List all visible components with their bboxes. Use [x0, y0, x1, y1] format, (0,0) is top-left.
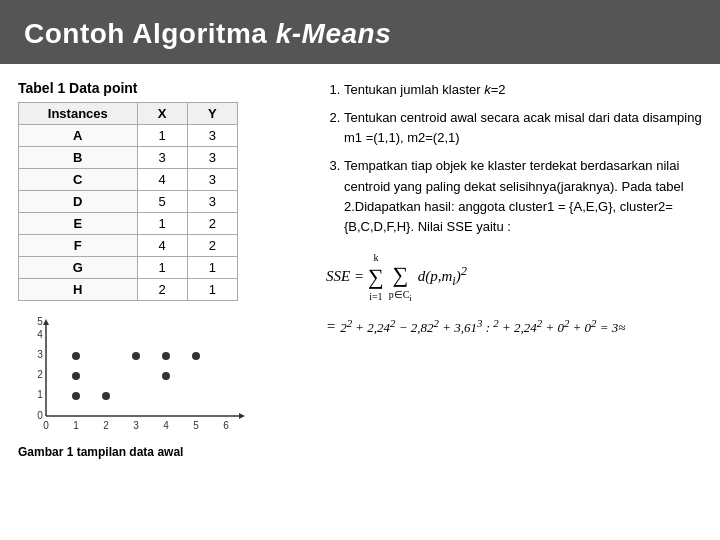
- x-cell: 1: [137, 213, 187, 235]
- sum-top-k: k: [373, 249, 378, 266]
- calc-values: 22 + 2,242 − 2,822 + 3,613 : 2 + 2,242 +…: [340, 314, 625, 339]
- left-panel: Tabel 1 Data point Instances X Y A13B33C…: [18, 80, 308, 459]
- instance-cell: A: [19, 125, 138, 147]
- col-header-instances: Instances: [19, 103, 138, 125]
- svg-text:3: 3: [133, 420, 139, 431]
- instance-cell: G: [19, 257, 138, 279]
- svg-text:5: 5: [193, 420, 199, 431]
- sse-summation-p: ∑ p∈Ci: [389, 247, 412, 306]
- sse-d-formula: d(p,mi)2: [418, 261, 467, 292]
- svg-text:3: 3: [37, 349, 43, 360]
- svg-marker-2: [43, 319, 49, 325]
- svg-text:2: 2: [103, 420, 109, 431]
- instance-cell: H: [19, 279, 138, 301]
- table-row: A13: [19, 125, 238, 147]
- sum-bottom-i1: i=1: [369, 288, 382, 305]
- step-1-text: Tentukan jumlah klaster k=2: [344, 82, 506, 97]
- table-row: G11: [19, 257, 238, 279]
- y-cell: 1: [187, 257, 237, 279]
- svg-text:0: 0: [43, 420, 49, 431]
- big-sigma-1: ∑: [368, 266, 384, 288]
- y-cell: 3: [187, 191, 237, 213]
- svg-text:2: 2: [37, 369, 43, 380]
- instance-cell: C: [19, 169, 138, 191]
- svg-marker-3: [239, 413, 245, 419]
- x-cell: 1: [137, 257, 187, 279]
- y-cell: 3: [187, 169, 237, 191]
- step-1: Tentukan jumlah klaster k=2: [344, 80, 702, 100]
- svg-point-17: [72, 352, 80, 360]
- svg-point-19: [162, 352, 170, 360]
- table-row: E12: [19, 213, 238, 235]
- col-header-x: X: [137, 103, 187, 125]
- right-panel: Tentukan jumlah klaster k=2 Tentukan cen…: [326, 80, 702, 459]
- big-sigma-2: ∑: [392, 264, 408, 286]
- svg-text:4: 4: [163, 420, 169, 431]
- steps-list: Tentukan jumlah klaster k=2 Tentukan cen…: [326, 80, 702, 237]
- table-row: B33: [19, 147, 238, 169]
- y-cell: 3: [187, 125, 237, 147]
- svg-point-24: [102, 392, 110, 400]
- y-cell: 2: [187, 235, 237, 257]
- x-cell: 1: [137, 125, 187, 147]
- x-cell: 5: [137, 191, 187, 213]
- x-cell: 4: [137, 169, 187, 191]
- y-cell: 3: [187, 147, 237, 169]
- instance-cell: D: [19, 191, 138, 213]
- svg-text:4: 4: [37, 329, 43, 340]
- formula-block: SSE = k ∑ i=1 ∑ p∈Ci d(p,mi)2 = 22 + 2,2…: [326, 247, 702, 340]
- svg-text:1: 1: [73, 420, 79, 431]
- sse-summation-k: k ∑ i=1: [368, 249, 384, 305]
- step-2: Tentukan centroid awal secara acak misal…: [344, 108, 702, 148]
- x-cell: 3: [137, 147, 187, 169]
- table-title: Tabel 1 Data point: [18, 80, 308, 96]
- scatter-chart: 0 1 2 3 4 5 0 1 2 3 4 5 6: [18, 311, 258, 441]
- instance-cell: F: [19, 235, 138, 257]
- table-row: C43: [19, 169, 238, 191]
- data-table: Instances X Y A13B33C43D53E12F42G11H21: [18, 102, 238, 301]
- chart-label: Gambar 1 tampilan data awal: [18, 445, 308, 459]
- table-row: D53: [19, 191, 238, 213]
- table-row: F42: [19, 235, 238, 257]
- sse-label: SSE =: [326, 264, 364, 290]
- col-header-y: Y: [187, 103, 237, 125]
- y-cell: 1: [187, 279, 237, 301]
- svg-text:5: 5: [37, 316, 43, 327]
- instance-cell: B: [19, 147, 138, 169]
- x-cell: 4: [137, 235, 187, 257]
- table-row: H21: [19, 279, 238, 301]
- chart-svg: 0 1 2 3 4 5 0 1 2 3 4 5 6: [18, 311, 258, 441]
- title-prefix: Contoh Algoritma: [24, 18, 276, 49]
- step-3: Tempatkan tiap objek ke klaster terdekat…: [344, 156, 702, 237]
- svg-point-18: [132, 352, 140, 360]
- title-italic: k-Means: [276, 18, 392, 49]
- page-title: Contoh Algoritma k-Means: [0, 0, 720, 64]
- step-3-text: Tempatkan tiap objek ke klaster terdekat…: [344, 158, 684, 233]
- equals-sign: =: [326, 314, 336, 340]
- y-cell: 2: [187, 213, 237, 235]
- svg-point-21: [72, 372, 80, 380]
- sse-formula-row: SSE = k ∑ i=1 ∑ p∈Ci d(p,mi)2: [326, 247, 702, 306]
- svg-point-23: [72, 392, 80, 400]
- sum-bottom-pci: p∈Ci: [389, 286, 412, 306]
- sse-calc-row: = 22 + 2,242 − 2,822 + 3,613 : 2 + 2,242…: [326, 314, 702, 340]
- svg-point-20: [192, 352, 200, 360]
- instance-cell: E: [19, 213, 138, 235]
- svg-text:6: 6: [223, 420, 229, 431]
- svg-text:1: 1: [37, 389, 43, 400]
- step-2-text: Tentukan centroid awal secara acak misal…: [344, 110, 702, 145]
- svg-point-22: [162, 372, 170, 380]
- x-cell: 2: [137, 279, 187, 301]
